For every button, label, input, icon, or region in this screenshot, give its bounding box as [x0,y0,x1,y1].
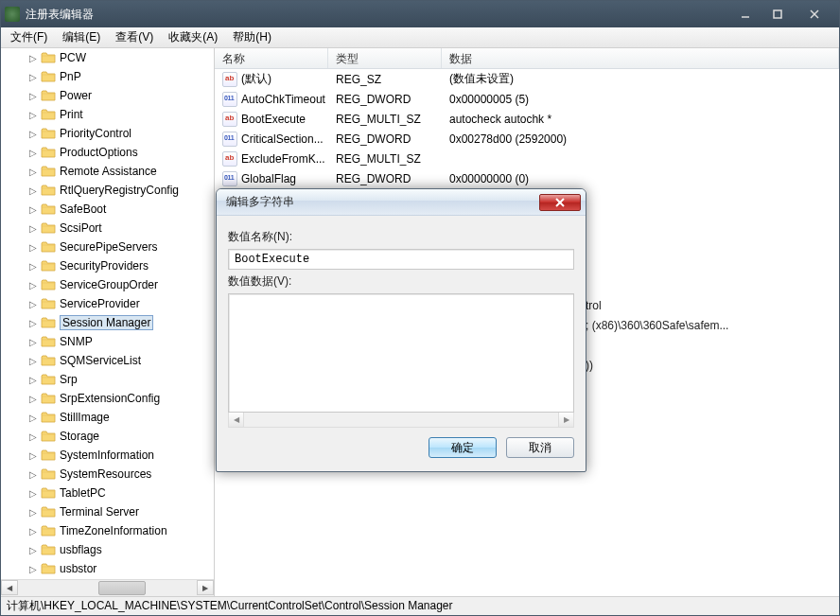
list-row[interactable]: BootExecuteREG_MULTI_SZautocheck autochk… [215,109,839,129]
tree-item-terminal-server[interactable]: ▷Terminal Server [1,502,214,521]
tree-item-srp[interactable]: ▷Srp [1,370,214,389]
tree-expand-icon[interactable]: ▷ [27,449,39,461]
maximize-button[interactable] [761,5,794,24]
tree-expand-icon[interactable]: ▷ [27,109,39,120]
value-data-textarea[interactable] [228,293,574,413]
tree-expand-icon[interactable]: ▷ [27,525,39,537]
tree-item-securityproviders[interactable]: ▷SecurityProviders [1,256,214,275]
list-row[interactable]: AutoChkTimeoutREG_DWORD0x00000005 (5) [215,89,839,109]
value-name-input[interactable] [228,249,574,270]
tree-item-srpextensionconfig[interactable]: ▷SrpExtensionConfig [1,389,214,408]
tree-expand-icon[interactable]: ▷ [27,431,39,442]
tree-item-label: Storage [60,430,99,443]
tree-item-rtlqueryregistryconfig[interactable]: ▷RtlQueryRegistryConfig [1,181,214,200]
tree-expand-icon[interactable]: ▷ [27,563,39,574]
dialog-close-button[interactable] [539,194,581,211]
tree-item-safeboot[interactable]: ▷SafeBoot [1,200,214,219]
tree-item-label: SystemInformation [60,449,154,462]
tree-expand-icon[interactable]: ▷ [27,147,39,158]
value-type: REG_DWORD [328,93,442,106]
tree-expand-icon[interactable]: ▷ [27,90,39,101]
tree-item-tabletpc[interactable]: ▷TabletPC [1,484,214,502]
tree-item-timezoneinformation[interactable]: ▷TimeZoneInformation [1,521,214,540]
tree-expand-icon[interactable]: ▷ [27,298,39,309]
textarea-horizontal-scrollbar[interactable]: ◀ ▶ [228,413,574,428]
list-row[interactable]: (默认)REG_SZ(数值未设置) [215,69,839,89]
minimize-button[interactable] [729,5,761,24]
column-name[interactable]: 名称 [215,48,328,68]
tree-expand-icon[interactable]: ▷ [27,317,39,328]
tree-item-label: StillImage [60,411,110,424]
tree-horizontal-scrollbar[interactable]: ◀ ▶ [1,579,214,596]
menu-view[interactable]: 查看(V) [108,27,161,47]
tree-pane[interactable]: ▷PCW▷PnP▷Power▷Print▷PriorityControl▷Pro… [1,48,215,596]
scroll-right-arrow[interactable]: ▶ [197,580,214,595]
scroll-track[interactable] [18,580,197,596]
list-row[interactable]: ExcludeFromK...REG_MULTI_SZ [215,149,839,168]
tree-item-scsiport[interactable]: ▷ScsiPort [1,219,214,238]
tree-expand-icon[interactable]: ▷ [27,506,39,518]
tree-item-sqmservicelist[interactable]: ▷SQMServiceList [1,351,214,370]
menu-edit[interactable]: 编辑(E) [55,27,108,47]
list-row[interactable]: CriticalSection...REG_DWORD0x00278d00 (2… [215,129,839,149]
list-row[interactable]: GlobalFlagREG_DWORD0x00000000 (0) [215,168,839,188]
menu-help[interactable]: 帮助(H) [225,27,279,47]
tree-item-pnp[interactable]: ▷PnP [1,67,214,86]
tree-item-session-manager[interactable]: ▷Session Manager [1,313,214,332]
close-button[interactable] [794,5,835,24]
ok-button[interactable]: 确定 [429,437,497,458]
tree-expand-icon[interactable]: ▷ [27,260,39,272]
tree-item-securepipeservers[interactable]: ▷SecurePipeServers [1,238,214,256]
tree-item-usbflags[interactable]: ▷usbflags [1,540,214,559]
tree-item-prioritycontrol[interactable]: ▷PriorityControl [1,124,214,143]
column-data[interactable]: 数据 [442,48,839,68]
dword-value-icon [222,132,237,147]
tree-item-print[interactable]: ▷Print [1,105,214,124]
column-type[interactable]: 类型 [328,48,442,68]
tree-expand-icon[interactable]: ▷ [27,279,39,290]
ta-scroll-right[interactable]: ▶ [558,413,573,427]
tree-item-pcw[interactable]: ▷PCW [1,48,214,67]
tree-item-snmp[interactable]: ▷SNMP [1,332,214,351]
tree-item-serviceprovider[interactable]: ▷ServiceProvider [1,294,214,313]
list-header[interactable]: 名称 类型 数据 [215,48,839,69]
tree-expand-icon[interactable]: ▷ [27,544,39,555]
tree-expand-icon[interactable]: ▷ [27,393,39,404]
menu-file[interactable]: 文件(F) [3,27,55,47]
scroll-left-arrow[interactable]: ◀ [1,580,18,595]
tree-expand-icon[interactable]: ▷ [27,468,39,480]
tree-expand-icon[interactable]: ▷ [27,336,39,347]
tree-expand-icon[interactable]: ▷ [27,166,39,177]
tree-expand-icon[interactable]: ▷ [27,241,39,253]
dialog-titlebar[interactable]: 编辑多字符串 [217,189,586,216]
edit-multistring-dialog[interactable]: 编辑多字符串 数值名称(N): 数值数据(V): ◀ ▶ 确定 取消 [216,188,586,472]
tree-item-stillimage[interactable]: ▷StillImage [1,408,214,427]
tree-item-servicegrouporder[interactable]: ▷ServiceGroupOrder [1,275,214,294]
tree-expand-icon[interactable]: ▷ [27,374,39,385]
tree-scroll[interactable]: ▷PCW▷PnP▷Power▷Print▷PriorityControl▷Pro… [1,48,214,579]
tree-expand-icon[interactable]: ▷ [27,52,39,63]
menu-favorites[interactable]: 收藏夹(A) [161,27,225,47]
tree-expand-icon[interactable]: ▷ [27,412,39,423]
tree-item-systeminformation[interactable]: ▷SystemInformation [1,446,214,465]
tree-expand-icon[interactable]: ▷ [27,355,39,366]
tree-item-remote-assistance[interactable]: ▷Remote Assistance [1,162,214,181]
tree-item-storage[interactable]: ▷Storage [1,427,214,446]
tree-item-systemresources[interactable]: ▷SystemResources [1,465,214,484]
tree-expand-icon[interactable]: ▷ [27,71,39,82]
scroll-thumb[interactable] [98,581,146,595]
titlebar[interactable]: 注册表编辑器 [1,1,839,27]
tree-item-productoptions[interactable]: ▷ProductOptions [1,143,214,162]
tree-expand-icon[interactable]: ▷ [27,185,39,196]
tree-item-usbstor[interactable]: ▷usbstor [1,559,214,578]
cancel-button[interactable]: 取消 [506,437,574,458]
tree-item-power[interactable]: ▷Power [1,86,214,105]
tree-expand-icon[interactable]: ▷ [27,487,39,499]
partial-row-tail [586,336,728,356]
tree-expand-icon[interactable]: ▷ [27,222,39,234]
ta-scroll-left[interactable]: ◀ [229,413,244,427]
tree-expand-icon[interactable]: ▷ [27,203,39,215]
ta-scroll-track[interactable] [244,413,558,427]
tree-expand-icon[interactable]: ▷ [27,128,39,139]
value-type: REG_DWORD [328,132,442,146]
